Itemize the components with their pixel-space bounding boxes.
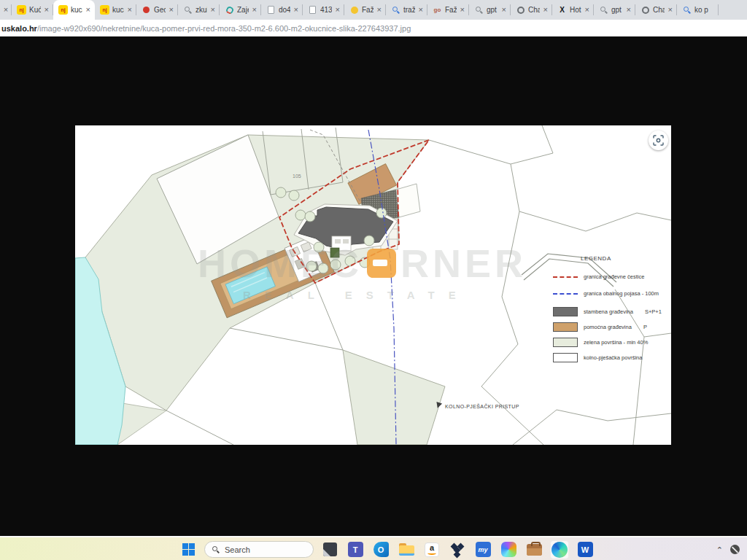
search-icon [212,545,220,553]
tab-chat-1[interactable]: Cha × [511,0,552,20]
url-path: /image-w920x690/nekretnine/kuca-pomer-pr… [37,24,411,33]
tab-zkul[interactable]: zkul × [178,0,220,20]
deck-furniture [343,239,349,244]
search-icon [391,5,400,15]
tab-traz[interactable]: traž × [386,0,427,20]
legend-row: granica građevne čestice [553,273,670,280]
close-tab-icon[interactable]: × [501,6,507,14]
word-button[interactable]: W [576,540,595,559]
close-tab-icon[interactable]: × [44,6,50,14]
url-domain: uskalo.hr [1,24,37,33]
tray-status-icon[interactable] [730,545,740,554]
close-tab-icon[interactable]: × [460,6,465,14]
address-bar[interactable]: uskalo.hr/image-w920x690/nekretnine/kuca… [0,20,747,36]
copilot-icon [501,542,516,557]
close-tab-icon[interactable]: × [127,6,133,14]
tab-zaje[interactable]: Zaje × [220,0,261,20]
tab-faza-2[interactable]: go Faža × [427,0,469,20]
edge-button[interactable] [550,540,569,559]
search-icon [183,5,193,15]
image-viewer-background: 105 HOMEC RNER REAL ESTATE LEGENDA grani… [0,36,747,536]
my-app-icon: my [476,542,491,557]
map-pin-icon [142,5,151,15]
taskbar-search[interactable]: Search [204,541,314,558]
chevron-up-icon[interactable]: ⌃ [716,545,723,555]
search-icon [474,5,484,15]
search-icon [682,5,692,15]
teams-icon: T [348,542,363,557]
task-view-button[interactable] [320,540,339,559]
deck-furniture [335,239,341,244]
map-legend: LEGENDA granica građevne čestice granica… [553,255,670,368]
legend-row: pomoćna građevina P [553,322,670,332]
outlook-button[interactable]: O [371,540,390,559]
windows-taskbar: Search T O a my W ⌃ [0,536,747,560]
copilot-button[interactable] [499,540,518,559]
teams-button[interactable]: T [346,540,365,559]
search-placeholder: Search [225,545,250,554]
close-tab-icon[interactable]: × [667,6,673,14]
close-tab-icon[interactable]: × [3,6,9,14]
tab-gpt-1[interactable]: gpt × [469,0,511,20]
close-tab-icon[interactable]: × [376,6,382,14]
auxiliary-swatch [553,322,578,332]
openai-icon [640,5,650,15]
start-button[interactable] [179,540,198,559]
close-tab-icon[interactable]: × [584,6,590,14]
go-logo-icon: go [433,5,442,15]
close-tab-icon[interactable]: × [252,6,258,14]
legend-row: stambena građevina S+P+1 [553,307,670,316]
njuskalo-icon: nj [58,5,68,15]
legend-title: LEGENDA [581,255,670,262]
windows-logo-icon [182,543,195,556]
legend-row: granica obalnog pojasa - 100m [553,290,670,297]
site-plan-image[interactable]: 105 HOMEC RNER REAL ESTATE LEGENDA grani… [75,125,671,445]
njuskalo-icon: nj [100,5,109,15]
tab-gpt-2[interactable]: gpt × [594,0,635,20]
tab-faza-1[interactable]: Faža × [344,0,386,20]
tab-geo[interactable]: Geo × [136,0,178,20]
document-icon [266,5,276,15]
tab-413[interactable]: 413 × [303,0,344,20]
close-tab-icon[interactable]: × [85,6,91,14]
visual-search-button[interactable] [649,131,668,150]
white-swatch [553,353,578,362]
document-icon [308,5,317,15]
close-tab-icon[interactable]: × [626,6,632,14]
tab-hot[interactable]: X Hot × [552,0,594,20]
close-tab-icon[interactable]: × [335,6,341,14]
close-tab-icon[interactable]: × [418,6,424,14]
legend-row: zelena površina - min 40% [553,338,670,347]
file-explorer-button[interactable] [397,540,416,559]
parcel-number-label: 105 [293,174,301,179]
tab-kop-partial[interactable]: ko p [677,0,719,20]
parcel-patch [396,184,420,217]
access-label: KOLNO-PJEŠAČKI PRISTUP [436,402,519,411]
briefcase-icon [527,544,542,556]
sync-icon [225,5,234,15]
amazon-button[interactable]: a [422,540,441,559]
word-icon: W [578,542,593,557]
store-button[interactable] [525,540,543,559]
blue-dashdot-swatch [553,293,578,295]
system-tray: ⌃ [716,537,740,560]
close-tab-icon[interactable]: × [543,6,549,14]
tab-kuca-2-active[interactable]: nj kuca × [53,0,95,20]
planter [330,248,339,257]
tab-do4[interactable]: do4 × [261,0,303,20]
search-icon [599,5,608,15]
close-tab-icon[interactable]: × [169,6,174,14]
outlook-icon: O [374,542,389,557]
tab-kuca-1[interactable]: nj Kuć × [12,0,53,20]
close-tab-icon[interactable]: × [293,6,299,14]
task-view-icon [323,542,337,556]
njuskalo-icon: nj [17,5,26,15]
tab-chat-2[interactable]: Cha × [635,0,677,20]
close-tab-icon[interactable]: × [210,6,216,14]
dropbox-button[interactable] [448,540,467,559]
tab-partial[interactable]: × [0,0,12,20]
tab-kuca-3[interactable]: nj kuca × [95,0,136,20]
dropbox-icon [450,542,465,557]
my-app-button[interactable]: my [473,540,492,559]
amazon-icon: a [425,542,439,557]
